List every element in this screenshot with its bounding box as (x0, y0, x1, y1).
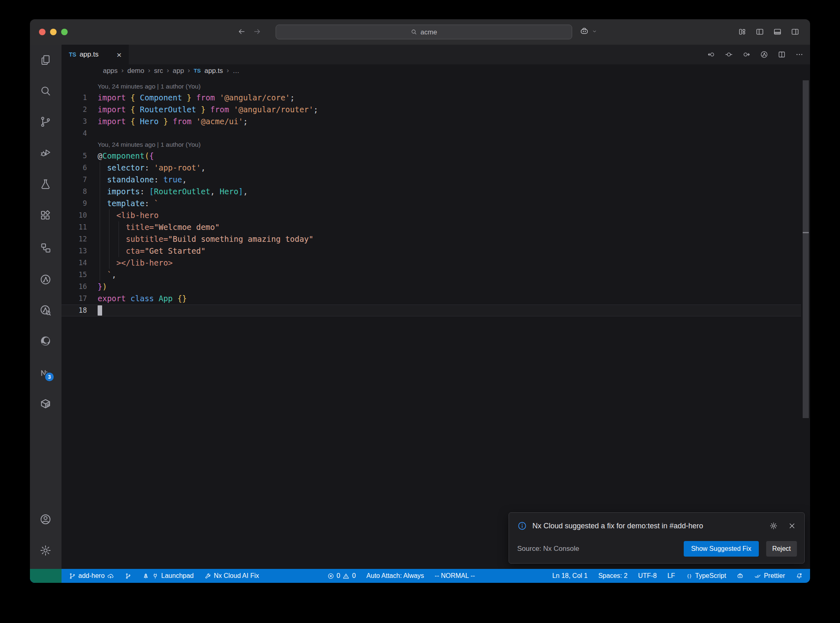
svg-text:{}: {} (687, 573, 692, 578)
activity-bar-item-project-structure[interactable] (39, 242, 52, 254)
notification-title: Nx Cloud suggested a fix for demo:test i… (532, 522, 769, 530)
close-window-button[interactable] (39, 29, 46, 35)
line-number: 17 (62, 293, 87, 305)
activity-bar-item-search[interactable] (39, 85, 52, 97)
code-line-content: imports: [RouterOutlet, Hero], (98, 186, 248, 198)
breadcrumb-file[interactable]: app.ts (205, 67, 223, 75)
status-item-eol-sequence[interactable]: LF (667, 572, 675, 580)
editor-action-compare-change[interactable] (725, 50, 733, 59)
activity-bar-item-nx-project-view[interactable] (39, 304, 52, 316)
code-line-content: subtitle="Build something amazing today" (98, 233, 313, 245)
status-item-text: UTF-8 (638, 572, 657, 580)
indent-guide (100, 162, 100, 281)
activity-bar-item-run-debug[interactable] (39, 146, 52, 159)
status-item-indentation[interactable]: Spaces: 2 (598, 572, 628, 580)
activity-bar: 3 (30, 45, 62, 569)
reject-button[interactable]: Reject (766, 541, 797, 557)
command-center[interactable]: acme (276, 25, 572, 39)
editor-action-next-change[interactable] (742, 50, 751, 59)
status-item-text: Nx Cloud AI Fix (214, 572, 259, 580)
chevron-down-icon (592, 29, 597, 34)
line-number: 11 (62, 221, 87, 233)
activity-bar-item-testing[interactable] (39, 178, 52, 191)
editor-action-previous-change[interactable] (707, 50, 715, 59)
activity-bar-item-containers[interactable] (39, 398, 52, 410)
container-icon (39, 398, 52, 410)
close-tab-icon[interactable]: × (116, 50, 121, 59)
code-editor[interactable]: You, 24 minutes ago | 1 author (You)1imp… (62, 81, 801, 569)
status-item-copilot-status[interactable] (737, 573, 744, 580)
breadcrumb-overflow[interactable]: … (233, 67, 240, 75)
toggle-primary-sidebar[interactable] (756, 27, 764, 36)
code-line-content: title="Welcmoe demo" (98, 221, 219, 233)
activity-bar-item-accounts[interactable] (39, 513, 52, 525)
editor-action-more-actions[interactable] (795, 50, 803, 59)
status-item-branch-status[interactable]: add-hero (69, 572, 114, 580)
status-item-source-control-graph[interactable] (125, 573, 132, 580)
remote-indicator[interactable] (30, 569, 62, 583)
status-item-problems[interactable]: 00 (327, 572, 356, 580)
notification-settings-gear-icon[interactable] (769, 522, 778, 530)
code-line-content: import { Component } from '@angular/core… (98, 92, 295, 104)
minimize-window-button[interactable] (50, 29, 57, 35)
indent-guide (119, 221, 119, 257)
copilot-menu[interactable] (580, 27, 597, 36)
account-icon (39, 513, 52, 525)
activity-bar-item-nx-console[interactable]: 3 (39, 367, 52, 379)
activity-bar-item-nx-graph[interactable] (39, 273, 52, 286)
status-item-cursor-position[interactable]: Ln 18, Col 1 (552, 572, 587, 580)
code-line-8: 8 imports: [RouterOutlet, Hero], (62, 186, 801, 198)
customize-layout[interactable] (738, 27, 746, 36)
line-number: 6 (62, 162, 87, 174)
breadcrumb-separator: › (227, 66, 229, 75)
circle-graph-search-icon (39, 304, 52, 316)
toggle-panel[interactable] (773, 27, 782, 36)
copilot-icon (580, 27, 589, 36)
breadcrumb-item[interactable]: src (154, 67, 163, 75)
status-item-text: Spaces: 2 (598, 572, 628, 580)
status-item-formatter[interactable]: Prettier (754, 572, 785, 580)
status-bar: add-heroLaunchpadNx Cloud AI Fix00Auto A… (30, 569, 810, 583)
status-item-nx-cloud-ai-fix[interactable]: Nx Cloud AI Fix (204, 572, 259, 580)
activity-bar-item-source-control[interactable] (39, 116, 52, 128)
code-line-content: @Component({ (98, 150, 154, 162)
testing-icon (39, 178, 52, 191)
breadcrumb-item[interactable]: demo (127, 67, 144, 75)
activity-bar-item-explorer[interactable] (39, 54, 52, 66)
code-line-1: 1import { Component } from '@angular/cor… (62, 92, 801, 104)
activity-bar-item-extensions[interactable] (39, 209, 52, 221)
breadcrumb-item[interactable]: app (173, 67, 184, 75)
info-icon (517, 521, 527, 531)
scrollbar-thumb[interactable] (803, 80, 809, 418)
wrench-icon (204, 573, 211, 580)
status-item-notifications-bell[interactable] (796, 573, 803, 580)
explorer-icon (39, 54, 52, 66)
activity-bar-item-edge-browser[interactable] (39, 335, 52, 347)
notification-close-icon[interactable] (788, 522, 796, 530)
status-item-launchpad[interactable]: Launchpad (142, 572, 194, 580)
status-item-vim-mode[interactable]: -- NORMAL -- (435, 572, 475, 580)
tab-app-ts[interactable]: TS app.ts × (62, 45, 129, 64)
editor-action-nx-run-target[interactable] (760, 50, 768, 59)
arrow-left-icon[interactable] (237, 27, 246, 36)
extensions-icon (39, 209, 52, 221)
notification-source: Source: Nx Console (517, 545, 684, 553)
line-number: 18 (62, 305, 87, 316)
show-suggested-fix-button[interactable]: Show Suggested Fix (684, 541, 759, 557)
activity-bar-item-settings[interactable] (39, 544, 52, 557)
status-item-language-mode[interactable]: {}TypeScript (686, 572, 726, 580)
toggle-secondary-sidebar[interactable] (791, 27, 799, 36)
status-item-encoding[interactable]: UTF-8 (638, 572, 657, 580)
editor-scrollbar[interactable] (803, 80, 809, 569)
editor-group: TS app.ts × apps›demo›src›app›TSapp.ts›…… (62, 45, 810, 569)
zoom-window-button[interactable] (61, 29, 68, 35)
edge-icon (39, 335, 52, 347)
breadcrumb-item[interactable]: apps (103, 67, 118, 75)
bell-icon (796, 573, 803, 580)
arrow-right-icon[interactable] (253, 27, 262, 36)
code-line-content: }) (98, 281, 107, 293)
editor-action-split-editor[interactable] (778, 50, 786, 59)
code-line-13: 13 cta="Get Started" (62, 245, 801, 257)
git-blame-annotation: You, 24 minutes ago | 1 author (You) (62, 139, 801, 150)
status-item-auto-attach[interactable]: Auto Attach: Always (366, 572, 424, 580)
